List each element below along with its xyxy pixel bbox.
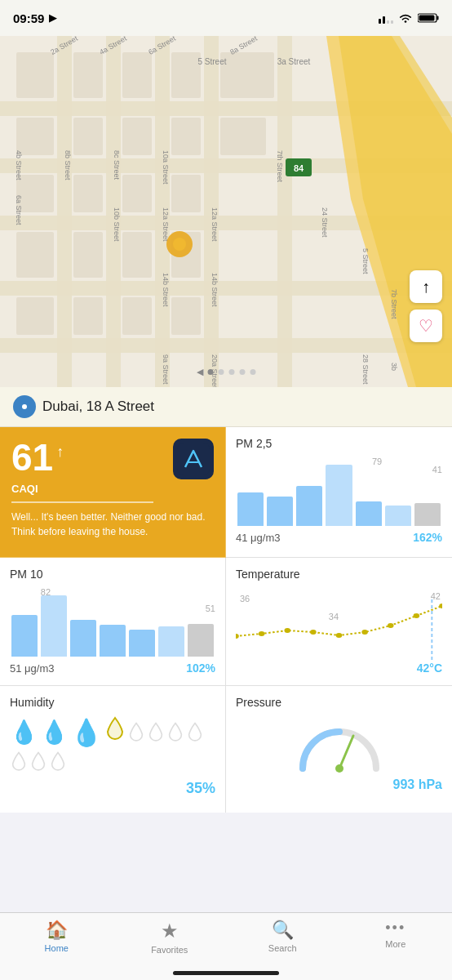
svg-text:7b Street: 7b Street <box>390 289 398 319</box>
pm10-bar-2 <box>41 595 67 657</box>
pm10-card: PM 10 82 51 51 μg/m3 102% <box>0 558 226 686</box>
location-arrow-icon: ▶ <box>49 12 56 24</box>
drop-outlined-icon <box>104 715 126 743</box>
nav-search-label: Search <box>268 943 297 953</box>
favorite-button[interactable]: ♡ <box>410 310 442 342</box>
bar-7 <box>414 503 441 526</box>
svg-point-78 <box>361 630 368 635</box>
status-time: 09:59 ▶ <box>13 11 56 25</box>
svg-text:28 Street: 28 Street <box>361 354 370 385</box>
svg-rect-2 <box>387 20 389 24</box>
humidity-card: Humidity 💧 💧 💧 35% <box>0 686 226 813</box>
drop-3: 💧 <box>70 717 103 748</box>
drop-empty-6 <box>29 751 47 773</box>
search-icon: 🔍 <box>272 920 294 941</box>
drop-empty-5 <box>10 751 28 773</box>
temperature-card: Temperature 36 34 42 <box>226 558 452 686</box>
humidity-value: 35% <box>186 780 215 796</box>
share-button[interactable]: ↑ <box>410 270 442 303</box>
location-dot-icon <box>18 400 31 413</box>
aqi-card: 61 ↑ CAQI Well... It's been better. Neit… <box>0 427 226 558</box>
svg-point-80 <box>414 613 420 618</box>
svg-rect-28 <box>122 118 152 155</box>
pm25-percent: 162% <box>413 531 442 544</box>
svg-text:5 Street: 5 Street <box>197 57 226 66</box>
pm10-value: 51 μg/m3 <box>10 662 54 675</box>
temp-title: Temperature <box>236 568 442 581</box>
svg-rect-34 <box>171 175 201 212</box>
svg-rect-22 <box>73 52 103 98</box>
svg-rect-42 <box>171 297 201 335</box>
dot-1 <box>208 369 214 375</box>
svg-point-70 <box>22 404 27 409</box>
location-header: Dubai, 18 A Street <box>0 387 452 427</box>
svg-point-77 <box>336 633 343 638</box>
wifi-icon <box>398 12 413 24</box>
nav-home[interactable]: 🏠 Home <box>0 920 113 953</box>
svg-text:8c Street: 8c Street <box>113 150 121 180</box>
svg-rect-21 <box>16 52 54 98</box>
data-grid: 61 ↑ CAQI Well... It's been better. Neit… <box>0 427 452 813</box>
aqi-trend-icon: ↑ <box>56 443 64 461</box>
svg-point-75 <box>284 628 290 633</box>
svg-text:12a Street: 12a Street <box>162 207 170 242</box>
battery-icon <box>418 12 439 24</box>
nav-favorites[interactable]: ★ Favorites <box>113 920 227 955</box>
clock: 09:59 <box>13 11 44 25</box>
pm10-footer: 51 μg/m3 102% <box>10 662 215 675</box>
pressure-gauge <box>236 715 442 773</box>
nav-favorites-label: Favorites <box>151 945 188 955</box>
heart-icon: ♡ <box>419 316 433 336</box>
aqi-label: CAQI <box>11 483 214 495</box>
svg-text:14b Street: 14b Street <box>162 273 170 307</box>
svg-rect-41 <box>122 297 152 335</box>
svg-rect-23 <box>122 52 152 98</box>
drop-1: 💧 <box>10 719 38 746</box>
svg-rect-29 <box>171 118 201 155</box>
location-name: Dubai, 18 A Street <box>42 399 154 415</box>
pm10-bar-3 <box>70 620 96 657</box>
svg-point-68 <box>173 238 186 251</box>
pm25-footer: 41 μg/m3 162% <box>236 531 442 544</box>
location-icon <box>13 395 36 418</box>
svg-rect-39 <box>16 297 54 335</box>
pressure-footer: 993 hPa <box>236 777 442 792</box>
svg-point-79 <box>388 623 394 628</box>
map-area[interactable]: 84 2a Street 4a Street 6a Street 5 Stree… <box>0 36 452 387</box>
drop-2: 💧 <box>40 719 69 746</box>
share-icon: ↑ <box>422 278 430 296</box>
pm10-bar-7 <box>188 624 214 657</box>
signal-icon <box>379 12 393 24</box>
favorites-icon: ★ <box>161 920 179 942</box>
temp-value: 42°C <box>417 662 442 675</box>
pm10-title: PM 10 <box>10 568 215 581</box>
nav-more[interactable]: ••• More <box>339 920 453 949</box>
svg-rect-1 <box>383 16 385 24</box>
bar-1 <box>237 492 264 526</box>
map-page-indicator: ◀ <box>197 367 256 377</box>
svg-rect-71 <box>177 443 210 475</box>
temp-chart-svg <box>236 599 442 661</box>
drop-empty-3 <box>166 721 184 744</box>
pm25-card: PM 2,5 79 41 41 μg/m3 162% <box>226 427 452 558</box>
svg-point-4 <box>405 20 407 23</box>
svg-rect-25 <box>220 52 274 98</box>
svg-text:3b: 3b <box>390 363 398 371</box>
svg-rect-27 <box>73 118 103 155</box>
drop-empty-7 <box>49 751 67 773</box>
svg-text:6a Street: 6a Street <box>15 195 23 225</box>
nav-search[interactable]: 🔍 Search <box>226 920 339 953</box>
svg-text:5 Street: 5 Street <box>361 248 370 274</box>
ai-logo-icon <box>177 443 210 475</box>
dot-5 <box>250 369 256 375</box>
drop-4 <box>104 715 126 749</box>
map-actions: ↑ ♡ <box>410 270 442 342</box>
dot-3 <box>229 369 235 375</box>
pressure-card: Pressure 993 hPa <box>226 686 452 813</box>
svg-rect-40 <box>73 297 103 335</box>
svg-rect-0 <box>379 19 381 24</box>
svg-rect-33 <box>122 175 152 212</box>
svg-point-76 <box>310 630 317 635</box>
humidity-drops: 💧 💧 💧 <box>10 715 215 773</box>
svg-rect-6 <box>437 16 439 20</box>
